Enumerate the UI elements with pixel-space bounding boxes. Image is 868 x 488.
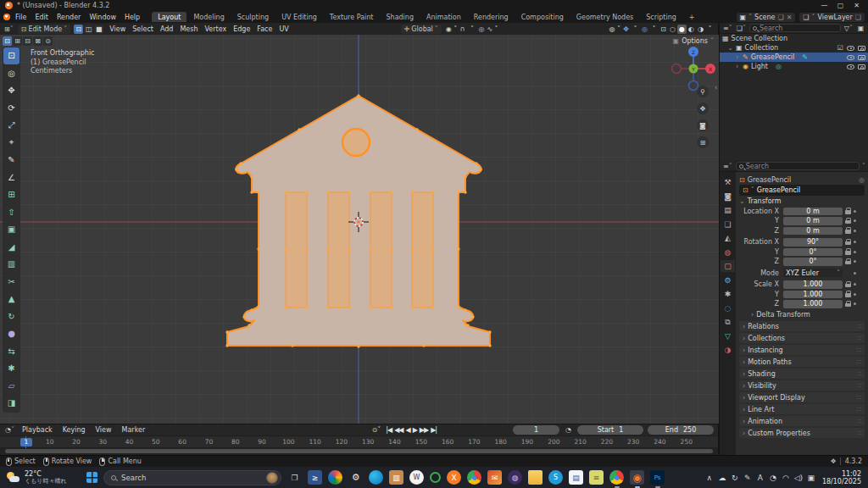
stroke-vertex[interactable] (471, 315, 474, 318)
stroke-vertex[interactable] (250, 308, 253, 311)
stroke-vertex[interactable] (305, 248, 308, 251)
stroke-vertex[interactable] (390, 306, 392, 308)
weather-widget[interactable]: 22°C くもり時々晴れ (7, 470, 67, 485)
camera-view-button[interactable]: ◙ (697, 119, 709, 131)
rotate-tool[interactable]: ⟳ (3, 100, 19, 117)
object-tab[interactable]: ▢ (721, 260, 735, 272)
menu-item[interactable]: Window (85, 13, 120, 22)
hide-eye-icon[interactable] (847, 55, 854, 60)
properties-search-input[interactable]: Search (736, 162, 860, 170)
shading-rendered-button[interactable]: ◑ (696, 25, 705, 34)
lock-icon[interactable] (844, 258, 852, 265)
rotation-mode-dropdown[interactable]: XYZ Euler ˅ (783, 269, 843, 277)
scale-tool[interactable]: ⤢ (3, 117, 19, 134)
properties-editor-type-dropdown[interactable]: ≡ ˅ (722, 162, 733, 171)
jump-to-keyframe-button[interactable]: ◔ (564, 425, 573, 435)
outliner-filter-id-dropdown[interactable]: ❏ ˅ (736, 24, 747, 33)
gizmos-toggle[interactable]: ✥ (621, 25, 631, 34)
options-dropdown[interactable]: ▣ Options ˅ (673, 37, 714, 45)
timeline-ruler[interactable]: 1 10203040506070809010011012013014015016… (0, 435, 718, 447)
new-scene-icon[interactable]: ❏ (777, 14, 783, 21)
jump-to-end-button[interactable]: ▶| (431, 426, 437, 434)
workspace-tab[interactable]: Shading (380, 12, 420, 22)
skype-icon[interactable]: S (548, 470, 563, 485)
shading-material-button[interactable]: ◐ (687, 25, 696, 34)
modifiers-tab[interactable]: ⚙ (721, 274, 735, 286)
viewport-menu-item[interactable]: Face (254, 25, 275, 33)
viewport-menu-item[interactable]: Edge (231, 25, 253, 33)
animate-dot[interactable] (854, 260, 856, 263)
stroke-vertex[interactable] (410, 248, 413, 251)
menu-item[interactable]: Edit (31, 13, 53, 22)
onedrive-icon[interactable]: ☁ (717, 474, 727, 482)
column-stroke[interactable] (328, 192, 349, 308)
proportional-falloff-dropdown[interactable]: ∿ ˅ (486, 25, 498, 34)
stroke-vertex[interactable] (415, 128, 418, 130)
volume-icon[interactable]: ◁) (793, 474, 804, 482)
next-keyframe-button[interactable]: ▶▶ (420, 426, 428, 434)
viewport-menu-item[interactable]: View (107, 25, 128, 33)
stroke-vertex[interactable] (257, 191, 259, 193)
stroke-vertex[interactable] (457, 191, 459, 193)
stroke-vertex[interactable] (326, 248, 329, 251)
expand-icon[interactable]: › (734, 63, 740, 70)
select-invert-mode[interactable]: ⊠ (33, 36, 42, 46)
ime-icon[interactable]: A (755, 474, 765, 482)
stroke-vertex[interactable] (369, 248, 371, 251)
render-tab[interactable]: ◙ (721, 191, 735, 202)
transform-panel-header[interactable]: ⌄ Transform (739, 196, 865, 206)
menu-item[interactable]: Render (53, 13, 85, 22)
workspace-tab[interactable]: Animation (420, 12, 467, 22)
add-cube-tool[interactable]: ⊞ (3, 186, 19, 203)
animate-dot[interactable] (854, 241, 856, 243)
play-button[interactable]: ▶ (413, 426, 417, 434)
stroke-vertex[interactable] (250, 175, 253, 178)
hide-eye-icon[interactable] (847, 46, 854, 51)
value-field[interactable]: 90° (783, 238, 843, 247)
knife-tool[interactable]: ✂ (3, 274, 19, 291)
play-reverse-button[interactable]: ◀ (406, 426, 410, 434)
cursor-tool[interactable]: ◎ (3, 65, 19, 82)
animate-dot[interactable] (854, 272, 856, 274)
photos-icon[interactable] (328, 470, 342, 485)
jump-to-start-button[interactable]: |◀ (386, 426, 392, 434)
minimize-button[interactable]: — (818, 2, 831, 9)
workspace-tab[interactable]: Layout (152, 12, 186, 22)
frame-end-field[interactable]: End 250 (648, 425, 714, 435)
file-explorer-icon[interactable] (528, 470, 542, 485)
workspace-tab[interactable]: Texture Paint (324, 12, 380, 22)
auto-keying-button[interactable]: ⊙ ˅ (371, 425, 382, 435)
outliner-row-light[interactable]: › ◉ Light ◎ (720, 62, 868, 71)
properties-section-header[interactable]: › Shading ∷ (739, 369, 865, 379)
rip-region-tool[interactable]: ◨ (3, 395, 19, 412)
task-view-icon[interactable]: ❐ (287, 470, 302, 485)
taskbar-search-input[interactable]: Search (103, 470, 281, 485)
timeline-menu-item[interactable]: Playback (19, 426, 55, 434)
snap-toggle[interactable]: ∪ (458, 25, 467, 34)
stroke-vertex[interactable] (326, 191, 329, 193)
gp-canvas[interactable] (0, 35, 719, 424)
zoom-button[interactable]: ⚲ (697, 86, 709, 97)
animate-dot[interactable] (854, 283, 856, 286)
stroke-vertex[interactable] (284, 306, 287, 308)
annotate-tool[interactable]: ✎ (3, 152, 19, 169)
stroke-vertex[interactable] (284, 191, 287, 193)
hide-eye-icon[interactable] (847, 64, 854, 69)
timeline-menu-item[interactable]: View (93, 426, 114, 434)
stroke-vertex[interactable] (457, 305, 459, 308)
properties-section-header[interactable]: › Animation ∷ (739, 416, 865, 426)
viewport-menu-item[interactable]: Mesh (177, 25, 200, 33)
workspace-tab[interactable]: Sculpting (231, 12, 275, 22)
disable-render-icon[interactable] (858, 64, 865, 69)
select-box-tool[interactable]: ⊡ (3, 47, 19, 64)
workspace-tab[interactable]: UV Editing (275, 12, 323, 22)
properties-section-header[interactable]: › Motion Paths ∷ (739, 357, 865, 367)
stroke-vertex[interactable] (431, 306, 434, 308)
select-intersect-mode[interactable]: ⊙ (43, 36, 53, 46)
properties-section-header[interactable]: › Viewport Display ∷ (739, 392, 865, 402)
workspace-tab[interactable]: Scripting (640, 12, 682, 22)
shading-wireframe-button[interactable]: ○ (668, 25, 677, 34)
pan-button[interactable]: ✥ (697, 103, 709, 114)
stroke-vertex[interactable] (464, 191, 466, 193)
timeline-editor-type-dropdown[interactable]: ◔ ˅ (4, 425, 15, 435)
